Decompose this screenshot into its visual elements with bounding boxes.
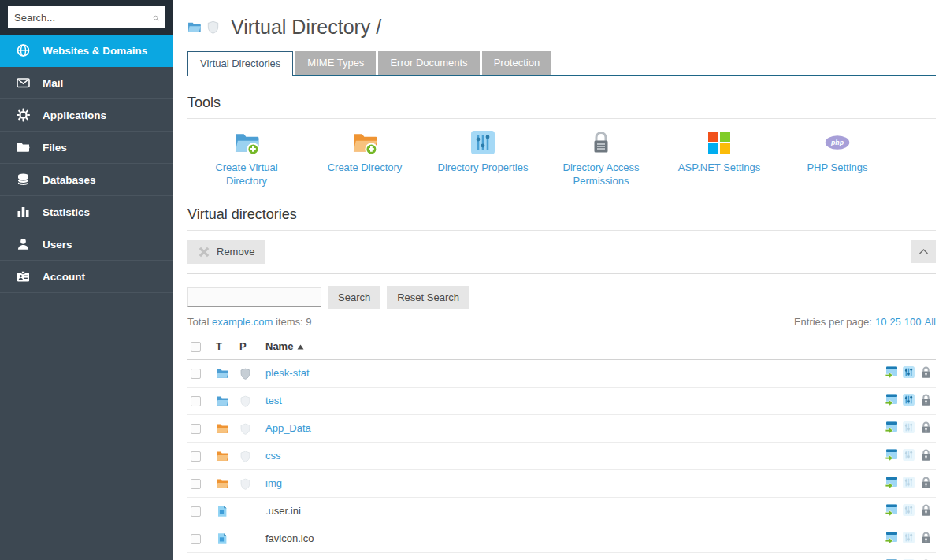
permissions-action-icon[interactable] xyxy=(919,421,933,434)
properties-action-icon[interactable] xyxy=(902,365,915,379)
tab-error-documents[interactable]: Error Documents xyxy=(378,51,479,75)
sidebar-item-websites-domains[interactable]: Websites & Domains xyxy=(0,35,173,67)
open-action-icon[interactable] xyxy=(885,365,898,379)
id-card-icon xyxy=(16,269,31,284)
filter-input[interactable] xyxy=(187,287,321,307)
total-prefix: Total xyxy=(187,316,209,328)
open-action-icon[interactable] xyxy=(885,503,898,517)
file-icon xyxy=(216,532,228,545)
permissions-action-icon[interactable] xyxy=(919,503,933,517)
sidebar: Websites & DomainsMailApplicationsFilesD… xyxy=(0,0,173,560)
row-name-link[interactable]: plesk-stat xyxy=(265,367,310,379)
row-checkbox[interactable] xyxy=(191,451,201,462)
mail-icon xyxy=(16,76,31,90)
search-icon[interactable] xyxy=(153,10,159,24)
shield-icon xyxy=(239,423,251,435)
column-name[interactable]: Name xyxy=(262,336,854,360)
sidebar-item-files[interactable]: Files xyxy=(0,132,173,164)
table-row: favicon.ico xyxy=(187,525,936,552)
row-checkbox[interactable] xyxy=(191,506,201,517)
row-checkbox[interactable] xyxy=(191,396,201,406)
open-action-icon[interactable] xyxy=(885,476,898,489)
properties-action-icon xyxy=(902,503,915,517)
entries-option-10[interactable]: 10 xyxy=(875,316,886,328)
row-checkbox[interactable] xyxy=(191,424,201,434)
database-icon xyxy=(16,172,31,187)
shield-icon xyxy=(239,478,251,490)
sidebar-item-users[interactable]: Users xyxy=(0,228,173,261)
table-row: test xyxy=(187,387,936,414)
tool-directory-access-permissions[interactable]: Directory Access Permissions xyxy=(542,128,660,188)
tool-label: Create Virtual Directory xyxy=(195,161,298,188)
remove-x-icon xyxy=(198,246,210,258)
tool-label: ASP.NET Settings xyxy=(678,161,760,175)
filter-row: Search Reset Search xyxy=(187,286,936,309)
entries-option-100[interactable]: 100 xyxy=(904,316,922,328)
sidebar-item-label: Mail xyxy=(43,77,63,89)
open-action-icon[interactable] xyxy=(885,421,898,434)
table-row: index.html xyxy=(187,552,936,560)
sliders-icon xyxy=(470,128,495,158)
column-type[interactable]: T xyxy=(213,336,236,360)
shield-icon xyxy=(239,451,251,462)
permissions-action-icon[interactable] xyxy=(919,476,933,489)
permissions-action-icon[interactable] xyxy=(919,393,933,406)
sidebar-search-strip xyxy=(0,0,173,35)
row-name-link[interactable]: img xyxy=(265,477,282,489)
row-checkbox[interactable] xyxy=(191,534,201,544)
open-action-icon[interactable] xyxy=(885,448,898,462)
open-action-icon[interactable] xyxy=(885,393,898,406)
table-row: plesk-stat xyxy=(187,359,936,387)
directories-table: T P Name plesk-stattestApp_Datacssimg.us… xyxy=(187,336,936,560)
row-name-link[interactable]: App_Data xyxy=(265,422,311,434)
tool-create-directory[interactable]: Create Directory xyxy=(306,128,424,188)
entries-option-25[interactable]: 25 xyxy=(889,316,900,328)
tab-protection[interactable]: Protection xyxy=(482,51,552,75)
padlock-icon xyxy=(588,128,614,158)
reset-search-button[interactable]: Reset Search xyxy=(387,286,469,309)
sidebar-item-label: Users xyxy=(43,239,72,250)
sidebar-item-databases[interactable]: Databases xyxy=(0,164,173,196)
shield-icon xyxy=(239,395,251,407)
sidebar-item-statistics[interactable]: Statistics xyxy=(0,196,173,228)
tool-php-settings[interactable]: phpPHP Settings xyxy=(778,128,896,188)
entries-option-all[interactable]: All xyxy=(925,316,936,328)
file-icon xyxy=(216,505,228,517)
tool-label: PHP Settings xyxy=(807,161,867,175)
tab-mime-types[interactable]: MIME Types xyxy=(295,51,376,75)
tools-heading: Tools xyxy=(187,95,936,119)
permissions-action-icon[interactable] xyxy=(919,365,933,379)
remove-button[interactable]: Remove xyxy=(187,240,265,264)
table-header-row: T P Name xyxy=(187,336,936,360)
php-icon: php xyxy=(825,128,850,158)
row-checkbox[interactable] xyxy=(191,369,201,379)
sidebar-item-mail[interactable]: Mail xyxy=(0,67,173,99)
permissions-action-icon[interactable] xyxy=(919,531,933,544)
properties-action-icon[interactable] xyxy=(902,393,915,406)
sidebar-search-input[interactable] xyxy=(14,12,153,24)
column-protection[interactable]: P xyxy=(236,336,262,360)
tool-create-virtual-directory[interactable]: Create Virtual Directory xyxy=(187,128,306,188)
folder-plus-blue-icon xyxy=(234,128,259,158)
row-checkbox[interactable] xyxy=(191,479,201,489)
sidebar-item-label: Applications xyxy=(43,109,106,121)
row-name-link[interactable]: css xyxy=(265,450,281,462)
sidebar-item-account[interactable]: Account xyxy=(0,261,173,293)
sidebar-item-label: Statistics xyxy=(43,206,90,218)
sidebar-item-label: Databases xyxy=(43,174,96,186)
row-name-link[interactable]: test xyxy=(265,395,282,406)
sidebar-item-applications[interactable]: Applications xyxy=(0,99,173,132)
tool-asp-net-settings[interactable]: ASP.NET Settings xyxy=(660,128,778,188)
search-button[interactable]: Search xyxy=(328,286,380,309)
open-action-icon[interactable] xyxy=(885,531,898,544)
row-name-text: .user.ini xyxy=(265,505,301,517)
svg-text:php: php xyxy=(830,139,844,146)
collapse-toolbar-button[interactable] xyxy=(911,240,936,263)
entries-label: Entries per page: xyxy=(794,316,872,328)
page-title: Virtual Directory / xyxy=(231,16,381,39)
tool-directory-properties[interactable]: Directory Properties xyxy=(424,128,542,188)
tab-virtual-directories[interactable]: Virtual Directories xyxy=(187,51,293,76)
domain-link[interactable]: example.com xyxy=(212,316,273,328)
permissions-action-icon[interactable] xyxy=(919,448,933,462)
select-all-checkbox[interactable] xyxy=(191,342,201,352)
